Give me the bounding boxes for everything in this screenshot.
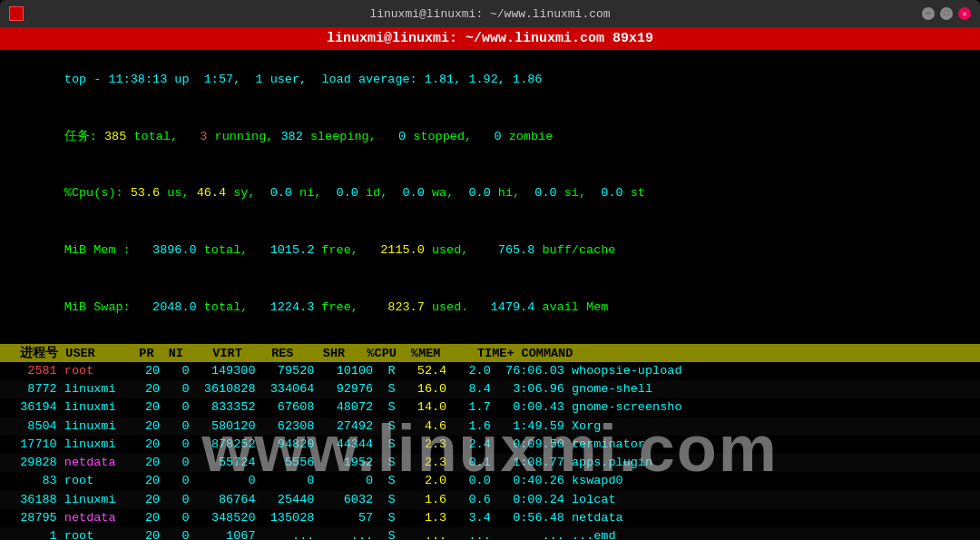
terminal-wrapper: linuxmi@linuxmi: ~/www.linuxmi.com 89x19… — [0, 27, 980, 540]
top-line3: %Cpu(s): 53.6 us, 46.4 sy, 0.0 ni, 0.0 i… — [5, 166, 975, 223]
terminal-body[interactable]: linuxmi@linuxmi: ~/www.linuxmi.com 89x19… — [0, 27, 980, 540]
table-row: 36188 linuxmi 20 0 86764 25440 6032 S 1.… — [0, 491, 980, 509]
table-row: 17710 linuxmi 20 0 878252 94820 44344 S … — [0, 436, 980, 454]
top-line4: MiB Mem : 3896.0 total, 1015.2 free, 211… — [5, 222, 975, 280]
top-line1: top - 11:38:13 up 1:57, 1 user, load ave… — [5, 52, 975, 109]
top-label: top — [64, 73, 86, 86]
terminal-title-bar: linuxmi@linuxmi: ~/www.linuxmi.com 89x19 — [0, 27, 980, 50]
table-row: 2581 root 20 0 149300 79520 10100 R 52.4… — [0, 362, 980, 380]
process-table: 2581 root 20 0 149300 79520 10100 R 52.4… — [0, 362, 980, 540]
top-info: top - 11:38:13 up 1:57, 1 user, load ave… — [0, 50, 980, 339]
top-line5: MiB Swap: 2048.0 total, 1224.3 free, 823… — [5, 280, 975, 337]
table-row: 8504 linuxmi 20 0 580120 62308 27492 S 4… — [0, 417, 980, 436]
close-button[interactable]: ✕ — [958, 7, 971, 20]
minimize-button[interactable]: — — [922, 7, 935, 20]
table-row: 36194 linuxmi 20 0 833352 67608 48072 S … — [0, 398, 980, 417]
maximize-button[interactable]: □ — [940, 7, 953, 20]
table-row: 29828 netdata 20 0 55724 5556 1952 S 2.3… — [0, 454, 980, 472]
top-line2: 任务: 385 total, 3 running, 382 sleeping, … — [5, 109, 975, 166]
process-table-header: 进程号 USER PR NI VIRT RES SHR %CPU %MEM TI… — [0, 344, 980, 362]
window-chrome: linuxmi@linuxmi: ~/www.linuxmi.com — □ ✕ — [0, 0, 980, 27]
table-row: 83 root 20 0 0 0 0 S 2.0 0.0 0:40.26 ksw… — [0, 472, 980, 490]
table-row: 28795 netdata 20 0 348520 135028 57 S 1.… — [0, 509, 980, 527]
table-row: 8772 linuxmi 20 0 3610828 334064 92976 S… — [0, 380, 980, 398]
table-row: 1 root 20 0 1067 ... ... S ... ... ... .… — [0, 527, 980, 540]
window-controls: — □ ✕ — [922, 7, 971, 20]
window-title: linuxmi@linuxmi: ~/www.linuxmi.com — [369, 7, 610, 21]
window-icon-area — [9, 6, 24, 21]
